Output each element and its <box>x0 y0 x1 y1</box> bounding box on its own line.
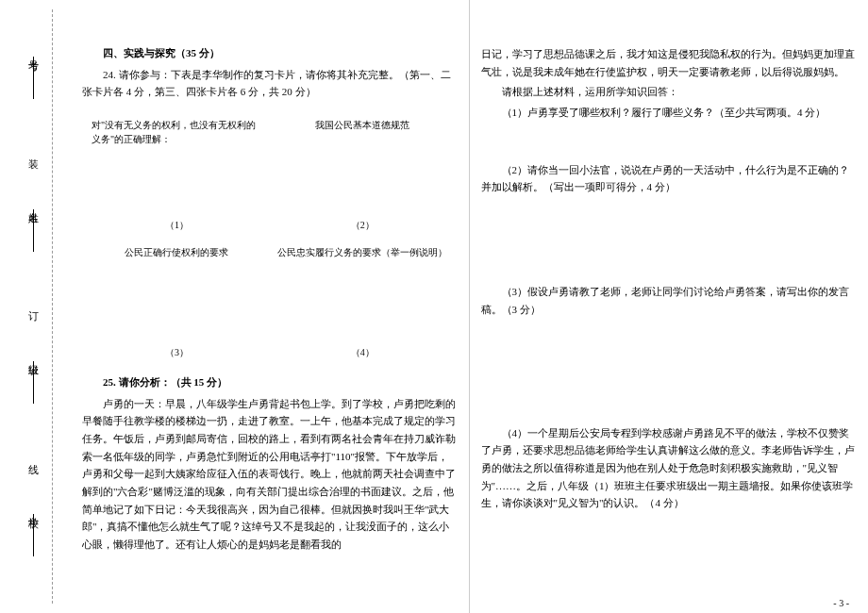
card-cell-1: 对"没有无义务的权利，也没有无权利的义务"的正确理解： （1） <box>84 110 270 238</box>
q24-intro: 24. 请你参与：下表是李华制作的复习卡片，请你将其补充完整。（第一、二张卡片各… <box>82 66 458 101</box>
page-content: 四、实践与探究（35 分） 24. 请你参与：下表是李华制作的复习卡片，请你将其… <box>71 0 868 613</box>
binding-field-class: 班级 <box>26 356 41 408</box>
binding-margin: 考号 装 姓名 订 班级 线 学校 <box>0 0 66 613</box>
card-2-num: （2） <box>351 219 375 232</box>
q25-sub-2: （2）请你当一回小法官，说说在卢勇的一天活动中，什么行为是不正确的？并加以解析。… <box>481 161 858 196</box>
card-3-num: （3） <box>165 346 189 359</box>
card-4-num: （4） <box>351 346 375 359</box>
card-3-header: 公民正确行使权利的要求 <box>92 245 262 259</box>
card-2-header: 我国公民基本道德规范 <box>277 118 448 132</box>
q25-title: 25. 请你分析：（共 15 分） <box>82 374 458 391</box>
q25-sub-4: （4）一个星期后公安局专程到学校感谢卢勇路见不平的做法，学校不仅赞奖了卢勇，还要… <box>481 424 858 512</box>
card-cell-2: 我国公民基本道德规范 （2） <box>270 110 456 238</box>
binding-field-name: 姓名 <box>26 205 41 257</box>
binding-field-examno: 考号 <box>26 52 41 104</box>
card-cell-4: 公民忠实履行义务的要求（举一例说明） （4） <box>270 238 456 365</box>
q25-prompt: 请根据上述材料，运用所学知识回答： <box>481 83 858 101</box>
left-column: 四、实践与探究（35 分） 24. 请你参与：下表是李华制作的复习卡片，请你将其… <box>71 0 470 613</box>
q25-body-2: 日记，学习了思想品德课之后，我才知这是侵犯我隐私权的行为。但妈妈更加理直气壮，说… <box>481 45 858 80</box>
binding-field-school: 学校 <box>26 509 41 561</box>
card-4-header: 公民忠实履行义务的要求（举一例说明） <box>277 245 448 259</box>
card-1-header: 对"没有无义务的权利，也没有无权利的义务"的正确理解： <box>92 118 262 146</box>
q25-body-1: 卢勇的一天：早晨，八年级学生卢勇背起书包上学。到了学校，卢勇把吃剩的早餐随手往教… <box>82 395 458 554</box>
section-4-title: 四、实践与探究（35 分） <box>82 45 458 62</box>
card-1-num: （1） <box>165 219 189 232</box>
q25-sub-1: （1）卢勇享受了哪些权利？履行了哪些义务？（至少共写两项。4 分） <box>481 104 858 122</box>
page-number: - 3 - <box>833 598 849 608</box>
binding-mark-ding: 订 <box>26 303 41 310</box>
binding-mark-xian: 线 <box>26 456 41 463</box>
q25-sub-3: （3）假设卢勇请教了老师，老师让同学们讨论给卢勇答案，请写出你的发言稿。（3 分… <box>481 283 858 318</box>
right-column: 日记，学习了思想品德课之后，我才知这是侵犯我隐私权的行为。但妈妈更加理直气壮，说… <box>470 0 869 613</box>
binding-mark-zhuang: 装 <box>26 150 41 157</box>
binding-dashed-line <box>52 9 53 604</box>
card-cell-3: 公民正确行使权利的要求 （3） <box>84 238 270 365</box>
review-card-grid: 对"没有无义务的权利，也没有无权利的义务"的正确理解： （1） 我国公民基本道德… <box>82 108 458 367</box>
